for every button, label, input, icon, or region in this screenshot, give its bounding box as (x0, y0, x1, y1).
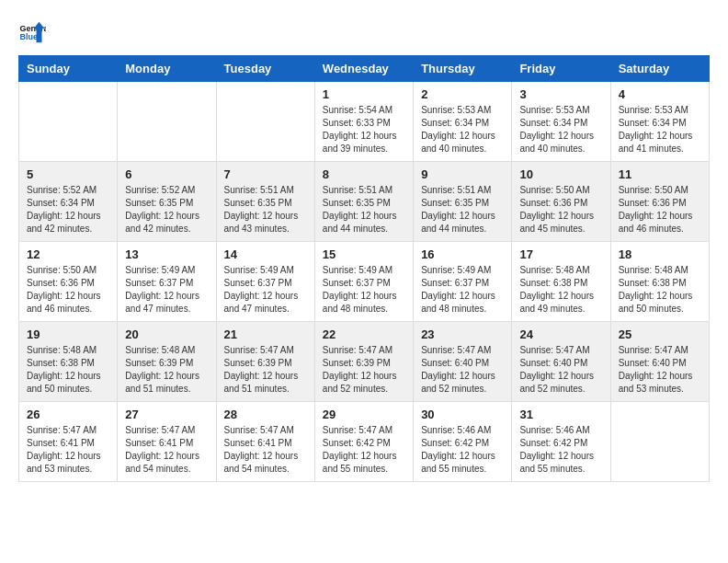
day-info: Sunrise: 5:53 AM Sunset: 6:34 PM Dayligh… (519, 104, 602, 155)
calendar-cell: 22Sunrise: 5:47 AM Sunset: 6:39 PM Dayli… (314, 322, 413, 402)
day-number: 4 (619, 87, 701, 101)
day-info: Sunrise: 5:47 AM Sunset: 6:42 PM Dayligh… (323, 424, 405, 476)
weekday-header-monday: Monday (118, 56, 216, 82)
calendar-cell: 26Sunrise: 5:47 AM Sunset: 6:41 PM Dayli… (19, 402, 118, 482)
calendar-cell: 10Sunrise: 5:50 AM Sunset: 6:36 PM Dayli… (512, 162, 610, 242)
day-info: Sunrise: 5:49 AM Sunset: 6:37 PM Dayligh… (224, 264, 307, 316)
day-number: 13 (125, 247, 208, 261)
day-info: Sunrise: 5:54 AM Sunset: 6:33 PM Dayligh… (323, 104, 405, 155)
day-info: Sunrise: 5:53 AM Sunset: 6:34 PM Dayligh… (619, 104, 701, 155)
calendar-cell: 31Sunrise: 5:46 AM Sunset: 6:42 PM Dayli… (512, 402, 610, 482)
day-number: 6 (125, 167, 208, 181)
logo: General Blue (18, 18, 51, 46)
calendar-cell: 17Sunrise: 5:48 AM Sunset: 6:38 PM Dayli… (512, 242, 610, 322)
day-info: Sunrise: 5:48 AM Sunset: 6:38 PM Dayligh… (619, 264, 701, 316)
day-number: 21 (224, 327, 307, 341)
day-info: Sunrise: 5:47 AM Sunset: 6:41 PM Dayligh… (224, 424, 307, 476)
day-info: Sunrise: 5:52 AM Sunset: 6:35 PM Dayligh… (125, 184, 208, 236)
calendar-cell: 8Sunrise: 5:51 AM Sunset: 6:35 PM Daylig… (314, 162, 413, 242)
day-number: 29 (323, 408, 405, 421)
calendar-week-row: 26Sunrise: 5:47 AM Sunset: 6:41 PM Dayli… (19, 402, 710, 482)
calendar-cell: 11Sunrise: 5:50 AM Sunset: 6:36 PM Dayli… (610, 162, 709, 242)
calendar-cell: 23Sunrise: 5:47 AM Sunset: 6:40 PM Dayli… (414, 322, 512, 402)
day-number: 8 (323, 167, 405, 181)
calendar-cell: 6Sunrise: 5:52 AM Sunset: 6:35 PM Daylig… (118, 162, 216, 242)
weekday-header-tuesday: Tuesday (216, 56, 314, 82)
day-number: 30 (421, 408, 504, 421)
day-number: 10 (519, 167, 602, 181)
calendar-cell: 7Sunrise: 5:51 AM Sunset: 6:35 PM Daylig… (216, 162, 314, 242)
day-info: Sunrise: 5:46 AM Sunset: 6:42 PM Dayligh… (519, 424, 602, 476)
calendar-cell: 14Sunrise: 5:49 AM Sunset: 6:37 PM Dayli… (216, 242, 314, 322)
calendar-cell: 15Sunrise: 5:49 AM Sunset: 6:37 PM Dayli… (314, 242, 413, 322)
day-info: Sunrise: 5:53 AM Sunset: 6:34 PM Dayligh… (421, 104, 504, 155)
day-info: Sunrise: 5:47 AM Sunset: 6:39 PM Dayligh… (323, 344, 405, 396)
day-number: 5 (27, 167, 109, 181)
calendar-cell: 25Sunrise: 5:47 AM Sunset: 6:40 PM Dayli… (610, 322, 709, 402)
day-number: 1 (323, 87, 405, 101)
day-number: 9 (421, 167, 504, 181)
day-info: Sunrise: 5:51 AM Sunset: 6:35 PM Dayligh… (323, 184, 405, 236)
day-number: 18 (619, 247, 701, 261)
calendar-cell: 5Sunrise: 5:52 AM Sunset: 6:34 PM Daylig… (19, 162, 118, 242)
calendar-cell: 27Sunrise: 5:47 AM Sunset: 6:41 PM Dayli… (118, 402, 216, 482)
day-number: 15 (323, 247, 405, 261)
day-info: Sunrise: 5:50 AM Sunset: 6:36 PM Dayligh… (619, 184, 701, 236)
calendar-header-row: SundayMondayTuesdayWednesdayThursdayFrid… (19, 56, 710, 82)
day-info: Sunrise: 5:49 AM Sunset: 6:37 PM Dayligh… (421, 264, 504, 316)
weekday-header-wednesday: Wednesday (314, 56, 413, 82)
calendar-cell: 19Sunrise: 5:48 AM Sunset: 6:38 PM Dayli… (19, 322, 118, 402)
calendar-cell: 3Sunrise: 5:53 AM Sunset: 6:34 PM Daylig… (512, 82, 610, 162)
weekday-header-thursday: Thursday (414, 56, 512, 82)
day-number: 17 (519, 247, 602, 261)
day-info: Sunrise: 5:47 AM Sunset: 6:40 PM Dayligh… (619, 344, 701, 396)
day-info: Sunrise: 5:47 AM Sunset: 6:41 PM Dayligh… (125, 424, 208, 476)
weekday-header-sunday: Sunday (19, 56, 118, 82)
day-info: Sunrise: 5:49 AM Sunset: 6:37 PM Dayligh… (323, 264, 405, 316)
day-info: Sunrise: 5:48 AM Sunset: 6:39 PM Dayligh… (125, 344, 208, 396)
calendar-cell: 13Sunrise: 5:49 AM Sunset: 6:37 PM Dayli… (118, 242, 216, 322)
calendar-cell: 29Sunrise: 5:47 AM Sunset: 6:42 PM Dayli… (314, 402, 413, 482)
day-number: 31 (519, 408, 602, 421)
calendar-cell (216, 82, 314, 162)
logo-icon: General Blue (18, 18, 46, 46)
day-info: Sunrise: 5:48 AM Sunset: 6:38 PM Dayligh… (519, 264, 602, 316)
svg-text:Blue: Blue (20, 32, 39, 41)
day-info: Sunrise: 5:50 AM Sunset: 6:36 PM Dayligh… (519, 184, 602, 236)
weekday-header-friday: Friday (512, 56, 610, 82)
calendar-cell: 4Sunrise: 5:53 AM Sunset: 6:34 PM Daylig… (610, 82, 709, 162)
calendar-cell: 16Sunrise: 5:49 AM Sunset: 6:37 PM Dayli… (414, 242, 512, 322)
day-info: Sunrise: 5:48 AM Sunset: 6:38 PM Dayligh… (27, 344, 109, 396)
day-info: Sunrise: 5:52 AM Sunset: 6:34 PM Dayligh… (27, 184, 109, 236)
calendar-cell: 18Sunrise: 5:48 AM Sunset: 6:38 PM Dayli… (610, 242, 709, 322)
calendar-week-row: 5Sunrise: 5:52 AM Sunset: 6:34 PM Daylig… (19, 162, 710, 242)
day-number: 23 (421, 327, 504, 341)
day-number: 26 (27, 408, 109, 421)
day-number: 19 (27, 327, 109, 341)
day-number: 16 (421, 247, 504, 261)
calendar-cell: 30Sunrise: 5:46 AM Sunset: 6:42 PM Dayli… (414, 402, 512, 482)
day-info: Sunrise: 5:49 AM Sunset: 6:37 PM Dayligh… (125, 264, 208, 316)
day-number: 2 (421, 87, 504, 101)
page-header: General Blue (18, 18, 710, 46)
day-info: Sunrise: 5:51 AM Sunset: 6:35 PM Dayligh… (421, 184, 504, 236)
weekday-header-saturday: Saturday (610, 56, 709, 82)
day-number: 27 (125, 408, 208, 421)
calendar-week-row: 1Sunrise: 5:54 AM Sunset: 6:33 PM Daylig… (19, 82, 710, 162)
day-info: Sunrise: 5:47 AM Sunset: 6:40 PM Dayligh… (519, 344, 602, 396)
day-info: Sunrise: 5:47 AM Sunset: 6:39 PM Dayligh… (224, 344, 307, 396)
day-info: Sunrise: 5:47 AM Sunset: 6:41 PM Dayligh… (27, 424, 109, 476)
calendar-week-row: 19Sunrise: 5:48 AM Sunset: 6:38 PM Dayli… (19, 322, 710, 402)
day-number: 12 (27, 247, 109, 261)
day-number: 14 (224, 247, 307, 261)
day-number: 7 (224, 167, 307, 181)
day-number: 20 (125, 327, 208, 341)
calendar-cell: 9Sunrise: 5:51 AM Sunset: 6:35 PM Daylig… (414, 162, 512, 242)
day-info: Sunrise: 5:51 AM Sunset: 6:35 PM Dayligh… (224, 184, 307, 236)
day-number: 3 (519, 87, 602, 101)
calendar-cell: 21Sunrise: 5:47 AM Sunset: 6:39 PM Dayli… (216, 322, 314, 402)
day-number: 11 (619, 167, 701, 181)
calendar-cell: 28Sunrise: 5:47 AM Sunset: 6:41 PM Dayli… (216, 402, 314, 482)
calendar-cell (118, 82, 216, 162)
calendar-cell (19, 82, 118, 162)
